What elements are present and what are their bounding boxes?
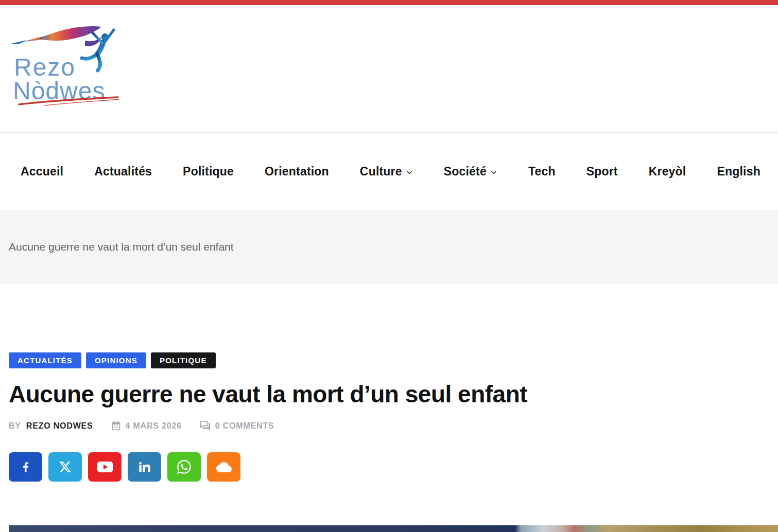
breadcrumb: Aucune guerre ne vaut la mort d’un seul …	[0, 210, 778, 284]
chevron-down-icon	[490, 169, 497, 176]
linkedin-icon	[137, 460, 151, 474]
youtube-share-button[interactable]	[88, 452, 122, 482]
whatsapp-share-button[interactable]	[167, 452, 201, 482]
article-page: Rezo Nòdwes Accueil Actualités Politique…	[0, 0, 778, 532]
nav-item-sport[interactable]: Sport	[586, 165, 618, 179]
nav-item-english[interactable]: English	[717, 165, 760, 179]
youtube-icon	[97, 462, 113, 472]
nav-item-actualites[interactable]: Actualités	[94, 165, 152, 179]
share-buttons	[9, 452, 778, 482]
top-accent-bar	[0, 0, 778, 5]
article-byline: BY REZO NODWES 4 MARS 2026 0 COMMENTS	[9, 420, 778, 432]
breadcrumb-current: Aucune guerre ne vaut la mort d’un seul …	[9, 241, 234, 253]
category-tags: ACTUALITÉS OPINIONS POLITIQUE	[9, 352, 778, 368]
nav-item-tech[interactable]: Tech	[528, 165, 556, 179]
nav-item-kreyol[interactable]: Kreyòl	[649, 165, 686, 179]
featured-image	[9, 525, 778, 532]
facebook-share-button[interactable]	[9, 452, 42, 482]
cloud-icon	[216, 459, 232, 475]
x-twitter-share-button[interactable]	[48, 452, 82, 482]
article-title: Aucune guerre ne vaut la mort d’un seul …	[9, 380, 678, 409]
category-tag-actualites[interactable]: ACTUALITÉS	[9, 352, 81, 368]
calendar-icon	[111, 420, 122, 431]
site-header: Rezo Nòdwes	[0, 5, 778, 132]
comments-icon	[199, 420, 211, 432]
nav-item-societe[interactable]: Société	[444, 165, 497, 179]
nav-item-culture[interactable]: Culture	[360, 165, 413, 179]
logo-jumping-figure-icon	[82, 30, 114, 70]
whatsapp-icon	[177, 460, 191, 474]
byline-by-label: BY	[9, 421, 21, 431]
facebook-icon	[19, 460, 32, 474]
byline-comments-link[interactable]: 0 COMMENTS	[215, 421, 274, 431]
x-twitter-icon	[59, 460, 72, 473]
byline-author-link[interactable]: REZO NODWES	[26, 421, 93, 431]
byline-date: 4 MARS 2026	[126, 421, 182, 431]
nav-item-orientation[interactable]: Orientation	[265, 165, 329, 179]
logo-swoosh-icon	[11, 26, 101, 46]
category-tag-politique[interactable]: POLITIQUE	[151, 352, 216, 368]
nav-item-politique[interactable]: Politique	[183, 165, 234, 179]
site-logo[interactable]: Rezo Nòdwes	[9, 22, 125, 109]
chevron-down-icon	[406, 169, 413, 176]
main-nav: Accueil Actualités Politique Orientation…	[0, 133, 778, 210]
nav-item-accueil[interactable]: Accueil	[21, 165, 63, 179]
category-tag-opinions[interactable]: OPINIONS	[86, 352, 146, 368]
cloud-share-button[interactable]	[207, 452, 240, 482]
article-content: ACTUALITÉS OPINIONS POLITIQUE Aucune gue…	[0, 352, 778, 482]
linkedin-share-button[interactable]	[128, 452, 161, 482]
